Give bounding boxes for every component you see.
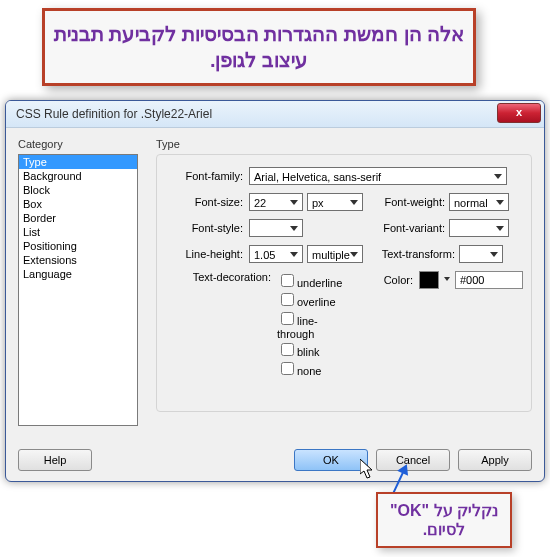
annotation-top-text: אלה הן חמשת ההגדרות הבסיסיות לקביעת תבני… [45, 21, 473, 73]
category-column: Category Type Background Block Box Borde… [18, 138, 138, 436]
font-variant-combo[interactable] [449, 219, 509, 237]
annotation-bottom: נקליק על "OK" לסיום. [376, 492, 512, 548]
label-font-size: Font-size: [165, 196, 249, 208]
text-decoration-group: underline overline line-through blink no… [277, 271, 354, 378]
label-font-family: Font-family: [165, 170, 249, 182]
line-height-unit-combo[interactable]: multiple [307, 245, 363, 263]
category-item-block[interactable]: Block [19, 183, 137, 197]
category-item-language[interactable]: Language [19, 267, 137, 281]
category-item-box[interactable]: Box [19, 197, 137, 211]
label-line-height: Line-height: [165, 248, 249, 260]
font-size-unit-combo[interactable]: px [307, 193, 363, 211]
dialog-title: CSS Rule definition for .Style22-Ariel [16, 107, 212, 121]
apply-button[interactable]: Apply [458, 449, 532, 471]
label-text-decoration: Text-decoration: [165, 271, 277, 283]
type-fieldset: Font-family: Arial, Helvetica, sans-seri… [156, 154, 532, 412]
text-transform-combo[interactable] [459, 245, 503, 263]
category-item-background[interactable]: Background [19, 169, 137, 183]
ok-button[interactable]: OK [294, 449, 368, 471]
category-item-list[interactable]: List [19, 225, 137, 239]
label-font-variant: Font-variant: [369, 222, 449, 234]
check-blink[interactable] [281, 343, 294, 356]
category-item-border[interactable]: Border [19, 211, 137, 225]
check-overline[interactable] [281, 293, 294, 306]
close-button[interactable]: x [497, 103, 541, 123]
label-color: Color: [384, 274, 413, 286]
font-style-combo[interactable] [249, 219, 303, 237]
category-item-type[interactable]: Type [19, 155, 137, 169]
line-height-combo[interactable]: 1.05 [249, 245, 303, 263]
label-font-weight: Font-weight: [369, 196, 449, 208]
cancel-button[interactable]: Cancel [376, 449, 450, 471]
category-header: Category [18, 138, 138, 150]
check-underline-label: underline [297, 277, 342, 289]
color-input[interactable] [455, 271, 523, 289]
label-text-transform: Text-transform: [369, 248, 459, 260]
check-line-through[interactable] [281, 312, 294, 325]
type-header: Type [156, 138, 532, 150]
category-item-positioning[interactable]: Positioning [19, 239, 137, 253]
check-overline-label: overline [297, 296, 336, 308]
font-size-combo[interactable]: 22 [249, 193, 303, 211]
button-row: Help OK Cancel Apply [6, 449, 544, 471]
annotation-bottom-text: נקליק על "OK" לסיום. [378, 501, 510, 539]
annotation-top: אלה הן חמשת ההגדרות הבסיסיות לקביעת תבני… [42, 8, 476, 86]
label-font-style: Font-style: [165, 222, 249, 234]
font-weight-combo[interactable]: normal [449, 193, 509, 211]
color-swatch[interactable] [419, 271, 439, 289]
font-family-combo[interactable]: Arial, Helvetica, sans-serif [249, 167, 507, 185]
check-none[interactable] [281, 362, 294, 375]
check-underline[interactable] [281, 274, 294, 287]
dialog-content: Category Type Background Block Box Borde… [6, 128, 544, 436]
check-none-label: none [297, 365, 321, 377]
check-blink-label: blink [297, 346, 320, 358]
type-panel: Type Font-family: Arial, Helvetica, sans… [156, 138, 532, 436]
help-button[interactable]: Help [18, 449, 92, 471]
titlebar: CSS Rule definition for .Style22-Ariel x [6, 101, 544, 128]
category-list[interactable]: Type Background Block Box Border List Po… [18, 154, 138, 426]
css-rule-dialog: CSS Rule definition for .Style22-Ariel x… [5, 100, 545, 482]
category-item-extensions[interactable]: Extensions [19, 253, 137, 267]
